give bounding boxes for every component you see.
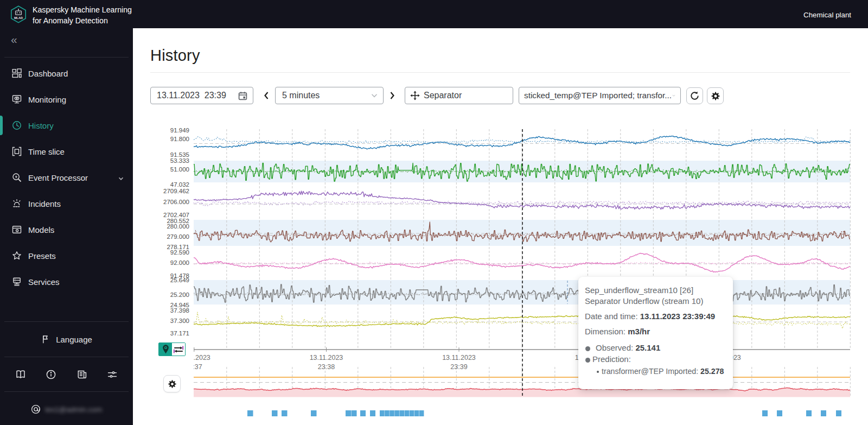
svg-text:2709.462: 2709.462 — [163, 188, 189, 194]
svg-text:47.032: 47.032 — [170, 181, 189, 188]
svg-text:37.300: 37.300 — [170, 318, 189, 324]
svg-text:25.200: 25.200 — [170, 291, 189, 298]
svg-text:280.000: 280.000 — [167, 223, 189, 230]
svg-text:13.11.2023: 13.11.2023 — [310, 354, 343, 361]
svg-text:2706.000: 2706.000 — [163, 199, 189, 205]
svg-text:23:38: 23:38 — [318, 363, 335, 371]
svg-text:91.949: 91.949 — [170, 127, 189, 134]
svg-text:53.333: 53.333 — [170, 157, 189, 164]
svg-text:92.590: 92.590 — [170, 249, 189, 256]
svg-text:23:37: 23:37 — [185, 363, 202, 371]
svg-text:23:39: 23:39 — [450, 363, 467, 371]
svg-text:91.800: 91.800 — [170, 136, 189, 142]
svg-text:37.171: 37.171 — [170, 330, 189, 337]
svg-text:51.000: 51.000 — [170, 166, 189, 173]
svg-text:MLAD: MLAD — [14, 16, 23, 20]
svg-text:13.11.2023: 13.11.2023 — [442, 354, 476, 361]
svg-text:279.000: 279.000 — [167, 233, 189, 240]
svg-text:37.398: 37.398 — [170, 307, 189, 314]
svg-text:25.649: 25.649 — [170, 277, 189, 283]
svg-text:92.000: 92.000 — [170, 259, 189, 266]
